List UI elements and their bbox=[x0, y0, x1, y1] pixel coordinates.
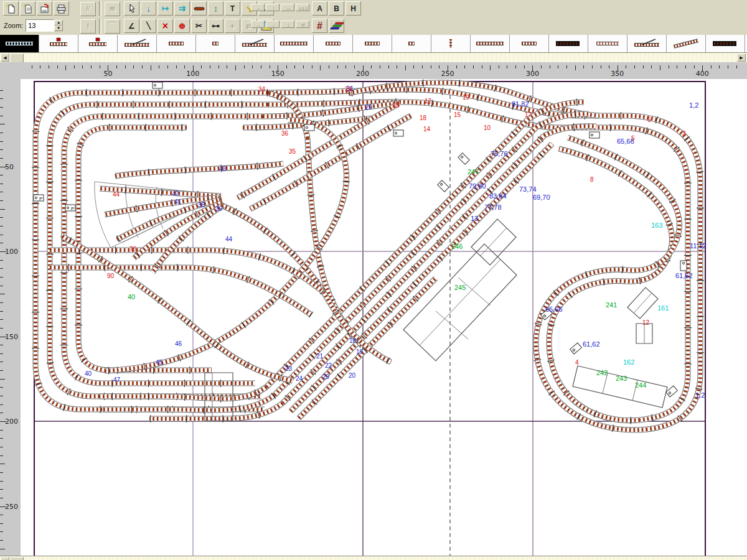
zoom-in-button[interactable]: ⊕ bbox=[174, 19, 190, 33]
building-roof-line bbox=[436, 311, 468, 339]
scroll-right-button[interactable]: ▶ bbox=[737, 54, 746, 62]
letter-A-button[interactable]: A bbox=[312, 1, 327, 16]
move-button[interactable]: + bbox=[225, 19, 240, 33]
palette-item-6-mini[interactable] bbox=[196, 35, 235, 52]
save-file-button[interactable] bbox=[37, 1, 52, 16]
text-button[interactable]: T bbox=[225, 1, 240, 16]
palette-item-15-roadbed[interactable] bbox=[549, 35, 588, 52]
palette-item-12-vmini[interactable] bbox=[431, 35, 471, 52]
plan-label: 12 bbox=[642, 319, 650, 326]
palette-item-4-turnout[interactable] bbox=[118, 35, 157, 52]
arrow-up-button[interactable]: ↑ bbox=[266, 4, 280, 11]
zoom-input[interactable] bbox=[26, 19, 54, 32]
ruler-tick bbox=[473, 65, 474, 68]
bottom-scroll-thumb[interactable] bbox=[10, 557, 24, 560]
junction-group-button[interactable]: ≋ bbox=[105, 2, 120, 16]
svg-text:P: P bbox=[39, 196, 42, 202]
ruler-tick bbox=[176, 65, 177, 68]
grid-hash-button[interactable]: # bbox=[312, 19, 327, 33]
open-file-button[interactable] bbox=[20, 1, 35, 16]
zoom-down-button[interactable]: ▼ bbox=[54, 26, 63, 31]
arrow-ud-button[interactable]: ↕ bbox=[281, 21, 294, 28]
ruler-tick bbox=[0, 260, 3, 261]
track-plan[interactable]: PP81,821,265,6675,7679,8083,8473,7469,70… bbox=[21, 79, 747, 556]
palette-item-3-signal[interactable] bbox=[78, 35, 118, 52]
arrow-right-button[interactable]: → bbox=[251, 21, 265, 28]
ruler-tick bbox=[0, 404, 3, 405]
connector-box bbox=[680, 261, 687, 271]
palette-item-18-diag[interactable] bbox=[667, 35, 706, 52]
exclamation-button[interactable]: ! bbox=[80, 19, 96, 34]
cut-button[interactable]: ✂ bbox=[191, 19, 207, 33]
plan-label: 20 bbox=[349, 372, 356, 379]
new-file-button[interactable] bbox=[3, 1, 19, 16]
scroll-thumb[interactable] bbox=[10, 54, 24, 63]
radius-measure-button[interactable]: ∠ bbox=[124, 19, 139, 33]
zoom-up-button[interactable]: ▲ bbox=[54, 20, 63, 26]
ruler-tick bbox=[413, 65, 414, 68]
list-button[interactable]: ≡ bbox=[296, 21, 309, 28]
palette-item-2-signal[interactable] bbox=[39, 35, 78, 52]
palette-item-17-turnout[interactable] bbox=[627, 35, 667, 52]
ruler-tick bbox=[0, 116, 3, 116]
ruler-tick bbox=[0, 464, 5, 464]
arrow-lr-button[interactable]: ↔ bbox=[281, 4, 294, 11]
plan-label: 45 bbox=[156, 359, 163, 366]
plan-label: 44 bbox=[113, 191, 120, 198]
palette-item-8-straight[interactable] bbox=[275, 35, 314, 52]
palette-item-1-straight[interactable] bbox=[0, 35, 39, 52]
ruler-tick bbox=[125, 65, 126, 68]
plan-label: 8 bbox=[590, 176, 594, 183]
couple-button[interactable]: ⊶ bbox=[208, 19, 223, 33]
ruler-label: 100 bbox=[186, 70, 199, 78]
cursor-button[interactable] bbox=[124, 1, 139, 16]
ruler-tick bbox=[0, 515, 3, 515]
scroll-left-button[interactable]: ◀ bbox=[1, 54, 9, 62]
arrow-down-button[interactable]: ↓ bbox=[266, 21, 280, 28]
track-ties bbox=[50, 250, 324, 292]
ruler-tick bbox=[252, 65, 253, 68]
plan-canvas[interactable]: PP81,821,265,6675,7679,8083,8473,7469,70… bbox=[21, 79, 747, 556]
parallel-track-button[interactable]: // bbox=[80, 2, 96, 16]
letter-B-button[interactable]: B bbox=[329, 1, 344, 16]
palette-item-19-roadbed[interactable] bbox=[706, 35, 745, 52]
palette-item-14-short[interactable] bbox=[510, 35, 549, 52]
palette-item-5-short[interactable] bbox=[157, 35, 196, 52]
ruler-tick bbox=[550, 65, 550, 68]
bridge-button[interactable]: ⌒ bbox=[105, 19, 120, 34]
zoom-label: Zoom: bbox=[4, 22, 23, 29]
delete-track-button[interactable]: × bbox=[157, 19, 173, 33]
print-button[interactable] bbox=[54, 1, 69, 16]
palette-item-7-turnout[interactable] bbox=[235, 35, 275, 52]
line-button[interactable]: ╲ bbox=[141, 19, 156, 33]
plan-label: 42 bbox=[172, 190, 179, 197]
horizontal-ruler: 50100150200250300350400 bbox=[0, 62, 747, 80]
ruler-label: 400 bbox=[696, 70, 709, 78]
palette-item-9-short[interactable] bbox=[314, 35, 353, 52]
ruler-tick bbox=[0, 141, 3, 142]
ruler-tick bbox=[32, 65, 32, 68]
layer-button-group: # bbox=[311, 19, 345, 33]
connector-box bbox=[393, 130, 403, 136]
palette-item-13-straight[interactable] bbox=[471, 35, 510, 52]
palette-item-10-short[interactable] bbox=[353, 35, 392, 52]
digits-button[interactable]: 000 bbox=[296, 4, 309, 11]
palette-item-16-dotted[interactable] bbox=[588, 35, 627, 52]
track-piece-button[interactable] bbox=[191, 1, 207, 16]
ruler-tick bbox=[0, 184, 3, 184]
arrow-left-button[interactable]: ← bbox=[251, 4, 265, 11]
ruler-tick bbox=[380, 65, 380, 68]
layers-button[interactable] bbox=[329, 19, 344, 33]
plan-label: 73,74 bbox=[519, 185, 537, 193]
palette-item-11-mini[interactable] bbox=[392, 35, 431, 52]
letter-H-button[interactable]: H bbox=[345, 1, 361, 16]
bottom-scroll-left-button[interactable]: ◀ bbox=[1, 557, 9, 560]
insert-down-button[interactable]: ↓ bbox=[141, 1, 156, 16]
ruler-tick bbox=[626, 65, 626, 68]
ruler-tick bbox=[405, 65, 406, 70]
ruler-tick bbox=[575, 65, 576, 70]
connect-track-button[interactable]: ↦ bbox=[157, 1, 173, 16]
stretch-vertical-button[interactable]: ↕ bbox=[208, 1, 223, 16]
connect-pair-button[interactable]: ⇉ bbox=[174, 1, 190, 16]
track-palette bbox=[0, 35, 747, 52]
